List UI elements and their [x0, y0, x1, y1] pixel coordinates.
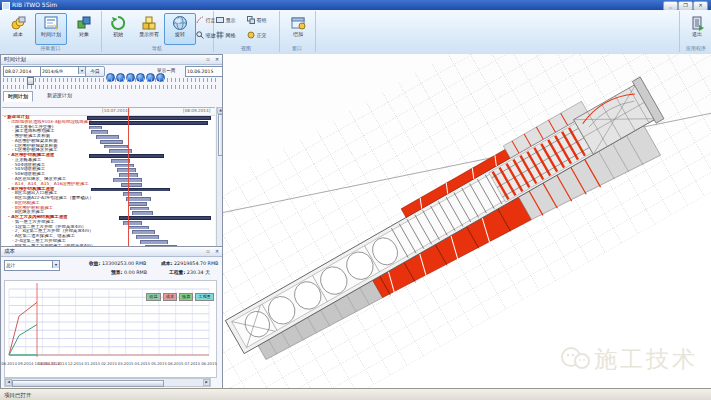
stat-budget-label: 预算: — [111, 270, 123, 275]
stat-revenue: 收益: 13300253.00 RMB — [89, 260, 146, 266]
cost-button[interactable]: 成本 — [2, 13, 34, 45]
gantt-task-rows: - 新进度计划- 沈阳地铁轨道线9103-3标暗挖段线路施工· 施工准备(工序交… — [2, 115, 215, 258]
show-all-button[interactable]: 显示所有 — [133, 13, 165, 45]
x-axis-label: 07.2015 — [184, 361, 200, 366]
chevron-down-icon[interactable]: ▾ — [52, 261, 59, 268]
panel-float-icon[interactable]: ▫ — [204, 56, 212, 63]
timeline-ruler-top[interactable] — [3, 78, 219, 82]
schedule-button[interactable]: 时间计划 — [35, 13, 67, 45]
stat-cost-label: 成本: — [161, 261, 173, 266]
scrollbar-thumb[interactable] — [12, 380, 164, 387]
x-axis-label: 02.2015 — [101, 361, 117, 366]
cost-panel: 成本 ▫ ✕ 总计 ▾ 收益: 13300253.00 RMB 成本: 2291… — [0, 246, 223, 389]
schedule-button-label: 时间计划 — [41, 31, 61, 37]
schedule-icon — [43, 15, 59, 31]
cost-chart: 收益成本预算工程量 08.201409.201410.201411.201412… — [4, 280, 217, 378]
tab-new-progress[interactable]: 新进度计划 — [43, 91, 76, 100]
ortho-toggle[interactable]: 正交 — [247, 29, 267, 41]
ribbon-group-window: 增加 窗口 — [279, 11, 316, 52]
app-window: { "window": {"title": "RIB iTWO 5Sim", "… — [0, 0, 711, 400]
cost-panel-title: 成本 — [4, 248, 15, 254]
chart-legend: 收益成本预算工程量 — [144, 283, 214, 302]
ribbon-group-label: 窗口 — [279, 44, 315, 52]
watermark: 施工技术 — [560, 344, 698, 376]
ribbon-group-navigation: 初始 显示所有 旋转 行走 缩放 导航 — [101, 11, 214, 52]
date-select-value: 2014/6/9 — [42, 69, 63, 74]
3d-viewport[interactable]: 施工技术 — [222, 54, 711, 388]
scroll-left-icon[interactable]: ◀ — [5, 379, 12, 386]
ribbon-group-label: 导航 — [101, 44, 213, 52]
cost-scope-value: 总计 — [6, 263, 15, 268]
panel-close-icon[interactable]: ✕ — [213, 56, 221, 63]
rotate-button-label: 旋转 — [175, 31, 185, 37]
x-axis-label: 06.2015 — [168, 361, 184, 366]
exit-button[interactable]: 退出 — [681, 13, 711, 45]
display-icon — [216, 16, 224, 24]
ribbon-group-label: 视图 — [213, 44, 279, 52]
x-axis-label: 05.2015 — [151, 361, 167, 366]
stat-cost-value: 22919854.70 RMB — [174, 261, 218, 266]
group-icon — [247, 16, 255, 24]
reset-view-button[interactable]: 初始 — [102, 13, 134, 45]
tab-schedule[interactable]: 时间计划 — [3, 91, 33, 102]
timeline-slider-handle[interactable] — [27, 77, 34, 85]
objects-button[interactable]: 对象 — [68, 13, 100, 45]
rotate-globe-icon — [172, 15, 188, 31]
zoom-slider-label: 显示一周 — [157, 66, 175, 75]
panel-float-icon[interactable]: ▫ — [204, 248, 212, 255]
app-icon — [2, 2, 10, 10]
gantt-chart[interactable]: [10.07.2014] [08.09.2014] - 新进度计划- 沈阳地铁轨… — [2, 107, 215, 258]
timeline-ruler-bottom[interactable] — [3, 85, 219, 89]
legend-chip[interactable]: 收益 — [146, 293, 160, 301]
schedule-panel-title: 时间计划 — [4, 56, 26, 62]
group-toggle-label: 有组 — [257, 17, 267, 23]
ortho-icon — [247, 31, 255, 39]
grid-icon — [216, 31, 224, 39]
ribbon-group-label: 停靠窗口 — [0, 44, 101, 52]
stat-revenue-label: 收益: — [89, 261, 101, 266]
legend-chip[interactable]: 预算 — [179, 293, 193, 301]
walk-icon — [196, 16, 204, 24]
ribbon-group-dock-windows: 成本 时间计划 对象 停靠窗口 — [0, 11, 102, 52]
chevron-down-icon[interactable]: ▾ — [78, 67, 85, 74]
stat-quantity-label: 工程量: — [169, 270, 185, 275]
objects-icon — [76, 15, 92, 31]
grid-toggle-label: 网格 — [226, 32, 236, 38]
date-to-field[interactable]: 10.06.2015 — [185, 66, 223, 77]
group-toggle[interactable]: 有组 — [247, 14, 267, 26]
ribbon-group-view: 显示 有组 网格 正交 视图 — [213, 11, 280, 52]
objects-button-label: 对象 — [79, 31, 89, 37]
cost-button-label: 成本 — [13, 31, 23, 37]
date-select-dropdown[interactable]: 2014/6/9 ▾ — [40, 66, 86, 77]
window-title: RIB iTWO 5Sim — [12, 0, 57, 10]
x-axis-label: 08.2014 — [1, 361, 17, 366]
ortho-toggle-label: 正交 — [257, 32, 267, 38]
ribbon-group-application: 退出 应用程序 — [679, 11, 711, 52]
today-button[interactable]: 今日 — [85, 66, 105, 77]
today-date-label: 06.08.2014 — [38, 361, 60, 366]
schedule-panel-header[interactable]: 时间计划 ▫ ✕ — [1, 55, 222, 65]
watermark-chat-logo-icon — [560, 347, 590, 376]
gantt-header-date: [08.09.2014] — [183, 108, 210, 113]
date-from-field[interactable]: 08.07.2014 — [3, 66, 41, 77]
cost-panel-header[interactable]: 成本 ▫ ✕ — [1, 247, 222, 257]
x-axis-label: 09.2014 — [18, 361, 34, 366]
reset-button-label: 初始 — [113, 31, 123, 37]
display-toggle[interactable]: 显示 — [216, 14, 236, 26]
panel-close-icon[interactable]: ✕ — [213, 248, 221, 255]
x-axis-label: 04.2015 — [134, 361, 150, 366]
x-axis-label: 12.2014 — [68, 361, 84, 366]
magnifier-icon — [196, 31, 204, 39]
add-window-button[interactable]: 增加 — [282, 13, 314, 45]
gantt-today-line — [128, 108, 129, 258]
watermark-text: 施工技术 — [594, 346, 698, 372]
cost-scope-dropdown[interactable]: 总计 ▾ — [4, 260, 60, 271]
rotate-button[interactable]: 旋转 — [164, 13, 196, 45]
scroll-right-icon[interactable]: ▶ — [203, 379, 210, 386]
chart-horizontal-scrollbar[interactable]: ◀ ▶ — [4, 378, 211, 387]
x-axis-label: 08.2015 — [201, 361, 217, 366]
legend-chip[interactable]: 成本 — [163, 293, 177, 301]
grid-toggle[interactable]: 网格 — [216, 29, 236, 41]
exit-icon — [689, 15, 705, 31]
legend-chip[interactable]: 工程量 — [195, 293, 214, 301]
